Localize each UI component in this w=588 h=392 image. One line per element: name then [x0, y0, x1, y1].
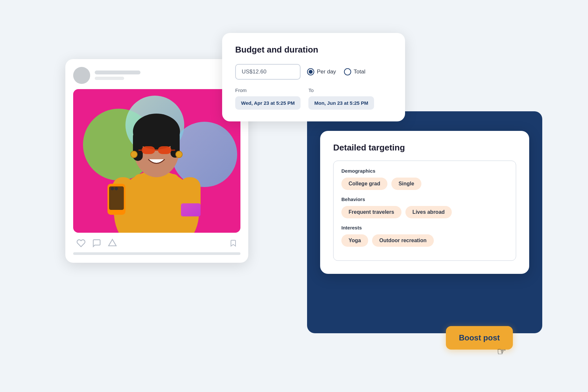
demographics-label: Demographics	[341, 168, 508, 174]
bookmark-icon[interactable]	[229, 239, 237, 248]
cursor-hand-icon: ☞	[497, 345, 506, 358]
avatar	[73, 67, 90, 84]
comment-icon[interactable]	[92, 239, 101, 248]
header-text-lines	[95, 71, 140, 80]
interests-label: Interests	[341, 225, 508, 230]
post-image	[73, 89, 240, 233]
social-post-card	[65, 59, 248, 263]
heart-icon[interactable]	[76, 239, 86, 248]
budget-input[interactable]	[235, 64, 301, 80]
person-illustration	[73, 89, 240, 233]
billing-period-radio-group: Per day Total	[307, 68, 366, 75]
budget-input-row: Per day Total	[235, 64, 392, 80]
post-header	[73, 67, 240, 84]
svg-point-18	[115, 187, 118, 190]
username-placeholder	[95, 71, 140, 74]
handle-placeholder	[95, 77, 124, 80]
to-date-group: To Mon, Jun 23 at 5:25 PM	[308, 87, 374, 110]
targeting-card-title: Detailed targeting	[333, 143, 516, 153]
svg-point-12	[131, 151, 137, 158]
svg-rect-7	[142, 146, 155, 154]
progress-bar	[73, 252, 240, 255]
interests-tags: Yoga Outdoor recreation	[341, 234, 508, 247]
tag-college-grad[interactable]: College grad	[341, 178, 387, 190]
budget-card: Budget and duration Per day Total From W…	[222, 33, 405, 121]
from-label: From	[235, 87, 301, 93]
total-option[interactable]: Total	[344, 68, 366, 75]
to-date-pill[interactable]: Mon, Jun 23 at 5:25 PM	[308, 96, 374, 110]
targeting-box: Demographics College grad Single Behavio…	[333, 161, 516, 261]
per-day-radio[interactable]	[307, 68, 314, 75]
share-icon[interactable]	[108, 239, 117, 248]
tag-single[interactable]: Single	[391, 178, 421, 190]
tag-frequent-travelers[interactable]: Frequent travelers	[341, 206, 401, 218]
behaviors-label: Behaviors	[341, 196, 508, 202]
post-footer	[73, 239, 240, 248]
from-date-pill[interactable]: Wed, Apr 23 at 5:25 PM	[235, 96, 301, 110]
svg-marker-22	[108, 239, 116, 246]
date-range-row: From Wed, Apr 23 at 5:25 PM To Mon, Jun …	[235, 87, 392, 110]
tag-outdoor-recreation[interactable]: Outdoor recreation	[372, 234, 434, 247]
svg-point-17	[111, 187, 114, 190]
svg-rect-1	[134, 174, 179, 233]
to-label: To	[308, 87, 374, 93]
tag-yoga[interactable]: Yoga	[341, 234, 368, 247]
demographics-tags: College grad Single	[341, 178, 508, 190]
targeting-card: Detailed targeting Demographics College …	[320, 131, 529, 274]
svg-point-13	[176, 151, 182, 158]
tag-lives-abroad[interactable]: Lives abroad	[405, 206, 452, 218]
svg-rect-21	[181, 203, 201, 216]
svg-rect-8	[158, 146, 171, 154]
behaviors-tags: Frequent travelers Lives abroad	[341, 206, 508, 218]
from-date-group: From Wed, Apr 23 at 5:25 PM	[235, 87, 301, 110]
budget-card-title: Budget and duration	[235, 45, 392, 55]
per-day-option[interactable]: Per day	[307, 68, 336, 75]
post-action-icons	[76, 239, 117, 248]
total-radio[interactable]	[344, 68, 351, 75]
